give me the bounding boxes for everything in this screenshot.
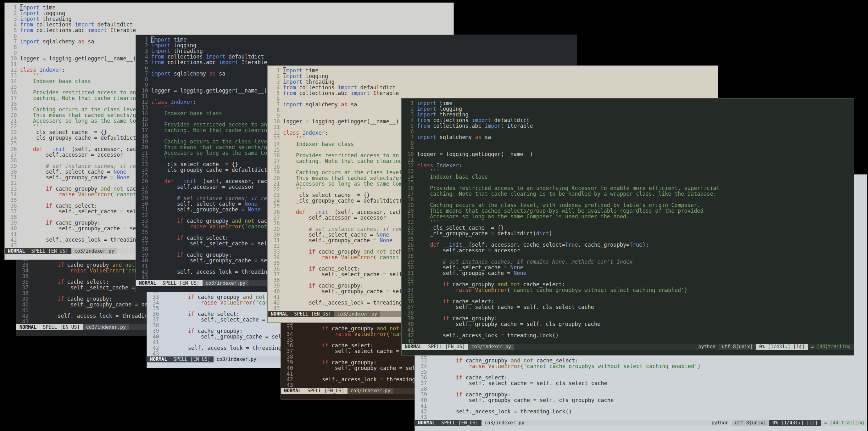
line-number: 33 (149, 294, 159, 300)
line-number: 42 (138, 269, 148, 275)
line-number: 41 (270, 294, 280, 300)
vim-window-evergreen-active[interactable]: 1import time2import logging3import threa… (401, 98, 854, 356)
line-number: 41 (138, 263, 148, 269)
code-line: 42 self._access_lock = threading.Lock() (404, 333, 854, 338)
line-number: 43 (138, 275, 148, 280)
code-line: 3import threading (138, 48, 577, 54)
line-number: 42 (149, 345, 159, 351)
line-number: 12 (404, 163, 414, 168)
code-line: 38 (404, 310, 854, 315)
line-number: 28 (270, 220, 280, 226)
statusline-trailing-indicator: ≡ [44]trailing (808, 344, 854, 350)
statusline-spell: SPELL [EN_US] (40, 325, 83, 330)
vim-cursor: i (151, 36, 154, 43)
vim-cursor: i (20, 4, 23, 11)
line-number: 22 (7, 124, 17, 129)
line-number: 14 (404, 174, 414, 180)
statusline-spell: SPELL [EN_US] (425, 344, 468, 350)
line-number: 29 (270, 226, 280, 232)
line-number: 17 (270, 158, 280, 164)
code-line: 32 (404, 276, 854, 282)
line-number: 35 (270, 260, 280, 266)
line-number: 38 (417, 386, 427, 392)
statusline: NORMALSPELL [EN_US]co3/indexer.pypythonu… (402, 344, 854, 350)
statusline-spell: SPELL [EN_US] (291, 311, 334, 317)
line-number: 34 (138, 224, 148, 229)
line-number: 40 (138, 258, 148, 263)
line-number: 41 (19, 307, 29, 313)
line-number: 5 (138, 59, 148, 65)
code-line: 33 if cache_groupby and not cache_select… (404, 282, 854, 287)
code-line: 37 self._select_cache = self._cls_select… (404, 304, 854, 310)
line-number: 38 (7, 214, 17, 220)
line-number: 36 (404, 299, 414, 304)
line-number: 36 (138, 235, 148, 241)
line-number: 11 (404, 157, 414, 163)
line-number: 40 (149, 334, 159, 339)
line-number: 31 (138, 207, 148, 212)
code-line: 2import logging (138, 42, 577, 48)
statusline-mode: NORMAL (5, 248, 28, 254)
line-number: 35 (7, 197, 17, 203)
line-number: 6 (138, 65, 148, 71)
statusline-filename: co3/indexer.py (347, 388, 394, 394)
code-line: 2import logging (270, 73, 718, 79)
code-line: 13 ''' (404, 168, 854, 174)
line-number: 1 (7, 5, 17, 10)
line-number: 42 (417, 409, 427, 414)
line-number: 6 (270, 96, 280, 102)
line-number: 11 (270, 124, 280, 130)
line-number: 42 (283, 376, 293, 382)
line-number: 37 (404, 304, 414, 310)
line-number: 5 (7, 27, 17, 33)
line-number: 27 (7, 152, 17, 158)
line-number: 30 (138, 201, 148, 207)
code-line: 16 Provides restricted access to an unde… (404, 185, 854, 191)
line-number: 38 (149, 322, 159, 328)
line-number: 37 (149, 317, 159, 322)
line-number: 33 (404, 282, 414, 287)
code-line: 40 self._groupby_cache = self._cls_group… (417, 397, 867, 403)
line-number: 39 (417, 392, 427, 397)
line-number: 31 (404, 270, 414, 276)
statusline-mode: NORMAL (415, 420, 438, 426)
line-number: 43 (283, 382, 293, 388)
code-line: 30 self._select_cache = None (404, 265, 854, 270)
statusline-spell: SPELL [EN_US] (159, 280, 202, 286)
line-number: 35 (417, 369, 427, 375)
line-number: 15 (7, 84, 17, 90)
line-number: 7 (270, 102, 280, 107)
line-number: 38 (283, 354, 293, 360)
line-number: 23 (404, 225, 414, 230)
code-line: 14 Indexer base class (404, 174, 854, 180)
statusline-filename: co3/indexer.py (334, 311, 380, 317)
line-number: 36 (270, 266, 280, 272)
line-number: 41 (417, 403, 427, 409)
code-line: 2import logging (7, 10, 454, 16)
line-number: 5 (404, 123, 414, 129)
line-number: 42 (404, 333, 414, 338)
code-line: 43 (417, 414, 867, 420)
line-number: 14 (138, 111, 148, 116)
line-number: 33 (7, 186, 17, 192)
line-number: 33 (138, 218, 148, 224)
line-number: 39 (270, 283, 280, 288)
line-number: 27 (138, 184, 148, 190)
line-number: 26 (404, 242, 414, 248)
line-number: 37 (7, 209, 17, 214)
line-number: 17 (138, 127, 148, 133)
line-number: 8 (270, 107, 280, 113)
vim-cursor: i (283, 67, 286, 73)
line-number: 34 (149, 300, 159, 306)
line-number: 29 (7, 163, 17, 169)
line-number: 41 (404, 327, 414, 333)
code-line: 5from collections.abc import Iterable (7, 27, 454, 33)
line-number: 40 (270, 288, 280, 294)
statusline-position: 0% [1/431↓] [1¢] (769, 420, 821, 426)
statusline-spell: SPELL [EN_US] (28, 248, 71, 254)
code-line: 7import sqlalchemy as sa (404, 134, 854, 140)
line-number: 25 (7, 141, 17, 146)
code-line: 17 caching. Note that cache clearing is … (404, 191, 854, 196)
line-number: 37 (270, 272, 280, 277)
line-number: 24 (404, 230, 414, 236)
